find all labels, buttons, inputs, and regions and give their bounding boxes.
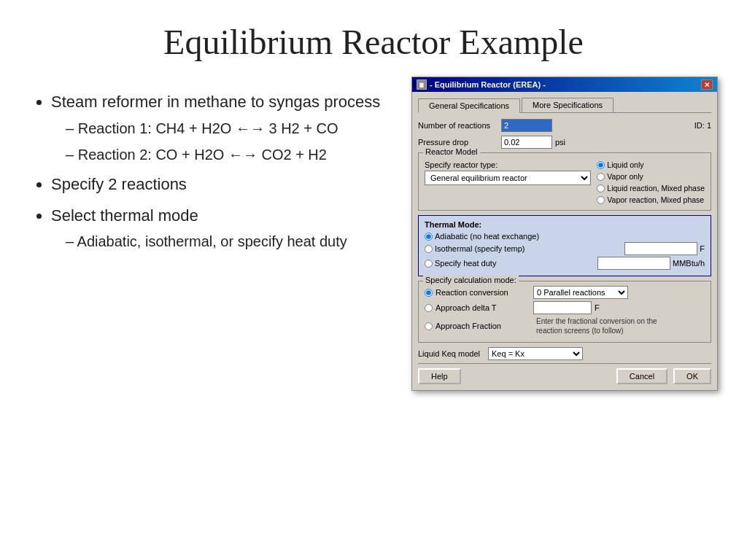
calc-mode-group: Specify calculation mode: Reaction conve…: [418, 281, 711, 343]
bullet-1-text: Steam reformer in methane to syngas proc…: [51, 93, 380, 111]
approach-delta-radio[interactable]: [425, 304, 433, 312]
reactor-model-title: Reactor Model: [423, 147, 480, 156]
bullet-2: Specify 2 reactions: [51, 174, 397, 196]
liquid-mixed-row: Liquid reaction, Mixed phase: [597, 184, 705, 192]
slide-title: Equilibrium Reactor Example: [29, 22, 718, 62]
dialog-body: General Specifications More Specificatio…: [412, 92, 717, 390]
slide: Equilibrium Reactor Example Steam reform…: [0, 0, 747, 560]
dialog-footer: Help Cancel OK: [418, 363, 711, 384]
reaction-conversion-label: Reaction conversion: [436, 288, 530, 297]
approach-fraction-desc: Enter the fractional conversion on the r…: [536, 316, 682, 335]
isothermal-label: Isothermal (specify temp): [435, 244, 525, 253]
isothermal-row: Isothermal (specify temp) F: [425, 242, 705, 255]
subbullet-3-1: Adiabatic, isothermal, or specify heat d…: [66, 231, 397, 252]
reactor-phase-options: Liquid only Vapor only Liquid reaction, …: [597, 160, 705, 206]
bullet-1: Steam reformer in methane to syngas proc…: [51, 91, 397, 165]
subbullet-1-2: Reaction 2: CO + H2O ←→ CO2 + H2: [66, 144, 397, 165]
heat-duty-row: Specify heat duty MMBtu/h: [425, 257, 705, 270]
vapor-only-radio[interactable]: [597, 173, 605, 181]
num-reactions-row: Number of reactions ID: 1: [418, 119, 711, 132]
cancel-button[interactable]: Cancel: [616, 368, 667, 384]
approach-fraction-radio[interactable]: [425, 322, 433, 330]
reaction-conversion-row: Reaction conversion 0 Parallel reactions: [425, 286, 705, 299]
approach-fraction-row: Approach Fraction Enter the fractional c…: [425, 316, 705, 335]
vapor-mixed-label: Vapor reaction, Mixed phase: [607, 195, 704, 204]
dialog-app-icon: 📋: [417, 79, 427, 90]
bullet-3: Select thermal mode Adiabatic, isotherma…: [51, 205, 397, 252]
approach-delta-input[interactable]: [533, 301, 592, 314]
id-label: ID: 1: [694, 121, 711, 130]
thermal-mode-title: Thermal Mode:: [425, 220, 705, 229]
adiabatic-row: Adiabatic (no heat exchange): [425, 232, 705, 241]
specify-reactor-label: Specify reactor type:: [425, 160, 591, 169]
tab-general[interactable]: General Specifications: [418, 98, 520, 113]
pressure-drop-label: Pressure drop: [418, 138, 498, 147]
reactor-model-group: Reactor Model Specify reactor type: Gene…: [418, 152, 711, 211]
liquid-only-radio[interactable]: [597, 161, 605, 169]
close-button[interactable]: ✕: [701, 79, 713, 90]
ok-button[interactable]: OK: [673, 368, 711, 384]
approach-delta-label: Approach delta T: [436, 303, 530, 312]
keq-label: Liquid Keq model: [418, 349, 484, 358]
dialog-title: - Equilibrium Reactor (EREA) -: [430, 80, 546, 89]
heat-duty-input[interactable]: [597, 257, 670, 270]
reactor-model-inner: Specify reactor type: General equilibriu…: [425, 160, 705, 206]
keq-row: Liquid Keq model Keq = Kx: [418, 347, 711, 360]
isothermal-input[interactable]: [624, 242, 697, 255]
liquid-mixed-radio[interactable]: [597, 184, 605, 192]
titlebar-left: 📋 - Equilibrium Reactor (EREA) -: [417, 79, 546, 90]
tab-more[interactable]: More Specifications: [522, 98, 614, 112]
heat-duty-radio[interactable]: [425, 260, 433, 268]
vapor-mixed-radio[interactable]: [597, 196, 605, 204]
reactor-type-left: Specify reactor type: General equilibriu…: [425, 160, 591, 206]
slide-content: Steam reformer in methane to syngas proc…: [29, 84, 718, 398]
dialog-tabs: General Specifications More Specificatio…: [418, 98, 711, 113]
keq-dropdown[interactable]: Keq = Kx: [488, 347, 583, 360]
parallel-reactions-dropdown[interactable]: 0 Parallel reactions: [533, 286, 628, 299]
reaction-conversion-radio[interactable]: [425, 289, 433, 297]
liquid-only-row: Liquid only: [597, 160, 705, 169]
adiabatic-label: Adiabatic (no heat exchange): [435, 232, 539, 241]
vapor-only-row: Vapor only: [597, 172, 705, 181]
approach-delta-row: Approach delta T F: [425, 301, 705, 314]
approach-fraction-label: Approach Fraction: [436, 322, 530, 330]
pressure-drop-input[interactable]: [501, 136, 552, 149]
dialog-window: 📋 - Equilibrium Reactor (EREA) - ✕ Gener…: [411, 77, 718, 391]
adiabatic-radio[interactable]: [425, 233, 433, 241]
calc-mode-title: Specify calculation mode:: [423, 276, 519, 284]
dialog-titlebar: 📋 - Equilibrium Reactor (EREA) - ✕: [412, 77, 717, 92]
bullet-list: Steam reformer in methane to syngas proc…: [29, 84, 397, 260]
num-reactions-label: Number of reactions: [418, 121, 498, 130]
isothermal-radio[interactable]: [425, 245, 433, 253]
vapor-mixed-row: Vapor reaction, Mixed phase: [597, 195, 705, 204]
isothermal-unit: F: [700, 244, 705, 253]
num-reactions-input[interactable]: [501, 119, 552, 132]
liquid-mixed-label: Liquid reaction, Mixed phase: [607, 184, 705, 192]
subbullet-1-1: Reaction 1: CH4 + H2O ←→ 3 H2 + CO: [66, 118, 397, 139]
pressure-drop-unit: psi: [555, 138, 565, 147]
approach-delta-unit: F: [595, 303, 600, 312]
help-button[interactable]: Help: [418, 368, 461, 384]
heat-duty-label: Specify heat duty: [435, 259, 496, 268]
heat-duty-unit: MMBtu/h: [673, 259, 705, 268]
thermal-mode-group: Thermal Mode: Adiabatic (no heat exchang…: [418, 215, 711, 276]
liquid-only-label: Liquid only: [607, 160, 643, 169]
reactor-type-dropdown[interactable]: General equilibrium reactor: [425, 171, 591, 185]
vapor-only-label: Vapor only: [607, 172, 643, 181]
